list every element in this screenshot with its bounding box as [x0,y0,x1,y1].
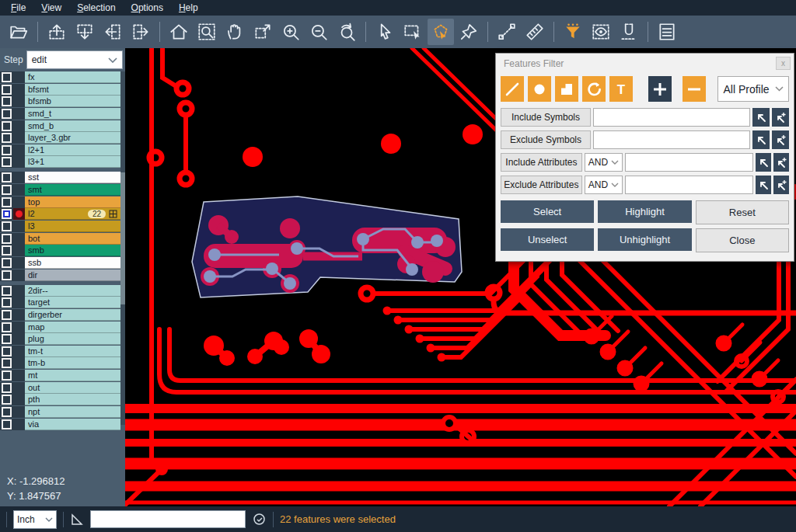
layer-name-strip[interactable]: dir [25,269,120,281]
step-select[interactable]: edit [26,50,123,69]
menu-file[interactable]: File [3,1,33,15]
layer-indicator-slot[interactable] [13,96,25,107]
shift-up-button[interactable] [44,19,70,45]
layer-row-smb[interactable]: smb [0,245,125,256]
layer-indicator-slot[interactable] [13,419,25,430]
layer-indicator-slot[interactable] [13,257,25,269]
layer-name-strip[interactable]: plug [25,333,120,345]
layer-visibility-checkbox[interactable] [0,71,13,83]
layer-indicator-slot[interactable] [13,233,25,245]
include-symbols-input[interactable] [593,108,750,127]
layer-indicator-slot[interactable] [13,132,25,144]
layer-indicator-slot[interactable] [13,394,25,405]
layer-name-strip[interactable]: pth [25,394,120,405]
include-symbols-button[interactable]: Include Symbols [501,108,591,127]
layer-row-2dir--[interactable]: 2dir-- [0,285,125,297]
layer-visibility-checkbox[interactable] [0,172,13,183]
layer-row-npt[interactable]: npt [0,406,125,418]
exclude-symbols-button[interactable]: Exclude Symbols [501,130,591,149]
zoom-area-button[interactable] [194,19,220,45]
exclude-attributes-pick-add-button[interactable] [773,176,789,194]
layer-row-l3[interactable]: l3 [0,221,125,232]
layer-visibility-checkbox[interactable] [0,269,13,281]
measure-button[interactable] [494,19,520,45]
layer-name-strip[interactable]: smd_t [25,108,120,120]
layer-name-strip[interactable]: l222 [25,208,120,220]
shift-left-button[interactable] [100,19,126,45]
layer-row-smd_t[interactable]: smd_t [0,108,125,120]
layer-name-strip[interactable]: bfsmt [25,84,120,96]
layer-visibility-checkbox[interactable] [0,346,13,357]
layer-row-via[interactable]: via [0,419,125,430]
reset-button[interactable]: Reset [696,200,789,224]
layer-indicator-slot[interactable] [13,285,25,297]
layer-visibility-checkbox[interactable] [0,322,13,333]
command-input[interactable] [90,510,246,528]
include-symbols-pick-add-button[interactable] [772,108,789,127]
layer-row-tm-t[interactable]: tm-t [0,346,125,357]
exclude-attributes-operator-select[interactable]: AND [585,176,623,194]
clear-brush-button[interactable] [456,19,482,45]
unit-select[interactable]: Inch [13,510,57,529]
select-cursor-button[interactable] [372,19,398,45]
layer-name-strip[interactable]: l3+1 [25,156,120,168]
layer-name-strip[interactable]: via [25,419,120,430]
layer-row-fx[interactable]: fx [0,71,125,83]
layer-name-strip[interactable]: tm-b [25,357,120,369]
zoom-object-button[interactable] [250,19,276,45]
layer-row-bot[interactable]: bot [0,233,125,245]
layer-row-tm-b[interactable]: tm-b [0,357,125,369]
layer-indicator-slot[interactable] [13,108,25,120]
layer-visibility-checkbox[interactable] [0,285,13,297]
layer-name-strip[interactable]: fx [25,71,120,83]
layer-name-strip[interactable]: tm-t [25,346,120,357]
layer-indicator-slot[interactable] [13,184,25,196]
menu-help[interactable]: Help [171,1,206,15]
layer-row-dir[interactable]: dir [0,269,125,281]
refresh-icon[interactable] [252,512,267,527]
include-attributes-pick-button[interactable] [756,153,771,172]
layer-indicator-slot[interactable] [13,322,25,333]
layer-visibility-checkbox[interactable] [0,257,13,269]
layer-visibility-checkbox[interactable] [0,84,13,96]
layer-visibility-checkbox[interactable] [0,144,13,156]
layer-name-strip[interactable]: top [25,196,120,208]
layer-visibility-checkbox[interactable] [0,333,13,345]
layer-visibility-checkbox[interactable] [0,221,13,232]
layer-indicator-slot[interactable] [13,406,25,418]
layer-indicator-slot[interactable] [13,346,25,357]
layer-visibility-checkbox[interactable] [0,297,13,308]
layer-row-map[interactable]: map [0,322,125,333]
pad-feature-button[interactable] [528,76,551,102]
open-folder-button[interactable] [5,19,32,45]
layer-indicator-slot[interactable] [13,382,25,394]
layer-row-smt[interactable]: smt [0,184,125,196]
layer-indicator-slot[interactable] [13,144,25,156]
layer-row-mt[interactable]: mt [0,370,125,381]
surface-feature-button[interactable] [555,76,578,102]
layer-row-bfsmt[interactable]: bfsmt [0,84,125,96]
layer-row-l3+1[interactable]: l3+1 [0,156,125,168]
layer-visibility-checkbox[interactable] [0,394,13,405]
layer-row-dirgerber[interactable]: dirgerber [0,309,125,321]
layer-row-layer_3.gbr[interactable]: layer_3.gbr [0,132,125,144]
exclude-symbols-pick-add-button[interactable] [772,130,789,149]
layer-indicator-slot[interactable] [13,120,25,132]
layer-visibility-checkbox[interactable] [0,96,13,107]
polygon-select-button[interactable] [428,19,454,45]
arc-feature-button[interactable] [582,76,606,102]
layer-name-strip[interactable]: ssb [25,257,120,269]
layer-name-strip[interactable]: dirgerber [25,309,120,321]
exclude-attributes-input[interactable] [625,176,753,194]
layer-row-target[interactable]: target [0,297,125,308]
layer-name-strip[interactable]: layer_3.gbr [25,132,120,144]
exclude-symbols-pick-button[interactable] [752,130,770,149]
include-attributes-operator-select[interactable]: AND [585,153,623,172]
profile-select[interactable]: All Profile [717,76,789,102]
menu-options[interactable]: Options [124,1,171,15]
include-attributes-pick-add-button[interactable] [773,153,789,172]
home-view-button[interactable] [166,19,192,45]
grid-icon[interactable] [109,210,117,218]
ruler-button[interactable] [522,19,548,45]
layer-indicator-slot[interactable] [13,370,25,381]
